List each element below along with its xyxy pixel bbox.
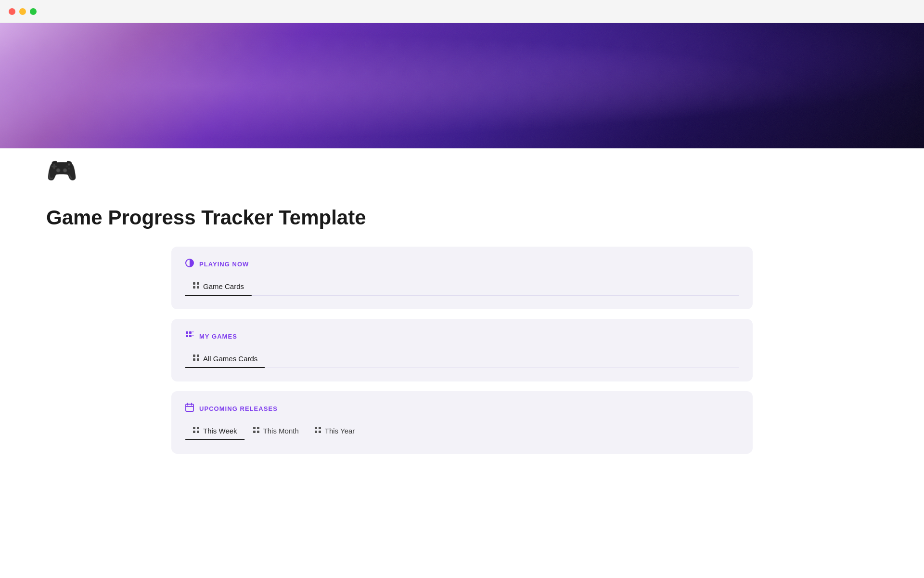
game-cards-icon — [192, 282, 200, 290]
svg-rect-25 — [253, 431, 256, 433]
svg-rect-14 — [197, 358, 199, 361]
svg-rect-27 — [315, 427, 317, 429]
svg-rect-30 — [319, 431, 321, 433]
close-button[interactable] — [9, 8, 15, 15]
calendar-icon — [185, 403, 194, 415]
playing-now-section: PLAYING NOW Game Cards — [171, 247, 753, 309]
svg-rect-4 — [197, 286, 199, 289]
this-month-icon — [253, 426, 260, 435]
svg-rect-12 — [197, 355, 199, 357]
svg-rect-22 — [197, 431, 199, 433]
svg-rect-28 — [319, 427, 321, 429]
this-week-label: This Week — [203, 427, 237, 435]
svg-rect-5 — [186, 331, 188, 334]
sections-container: PLAYING NOW Game Cards — [0, 247, 924, 454]
svg-rect-1 — [193, 282, 195, 285]
svg-rect-21 — [193, 431, 195, 433]
svg-rect-7 — [186, 335, 188, 337]
svg-rect-23 — [253, 427, 256, 429]
svg-rect-3 — [193, 286, 195, 289]
minimize-button[interactable] — [19, 8, 26, 15]
my-games-title: MY GAMES — [199, 333, 237, 340]
svg-rect-8 — [189, 335, 192, 337]
all-games-cards-label: All Games Cards — [203, 355, 257, 363]
maximize-button[interactable] — [30, 8, 37, 15]
main-content: 🎮 Game Progress Tracker Template PLAYING… — [0, 23, 924, 454]
titlebar — [0, 0, 924, 23]
svg-rect-26 — [257, 431, 259, 433]
playing-now-header: PLAYING NOW — [185, 258, 739, 270]
all-games-icon — [192, 354, 200, 363]
hero-banner — [0, 23, 924, 148]
my-games-icon — [185, 330, 194, 342]
svg-rect-24 — [257, 427, 259, 429]
upcoming-releases-header: UPCOMING RELEASES — [185, 403, 739, 415]
my-games-section: MY GAMES All Games Cards — [171, 319, 753, 381]
this-week-icon — [192, 426, 200, 435]
game-cards-tab[interactable]: Game Cards — [185, 278, 252, 295]
svg-rect-13 — [193, 358, 195, 361]
svg-rect-19 — [193, 427, 195, 429]
playing-now-icon — [185, 258, 194, 270]
my-games-tabs: All Games Cards — [185, 350, 739, 368]
game-cards-label: Game Cards — [203, 282, 244, 290]
this-year-tab[interactable]: This Year — [307, 422, 363, 440]
my-games-header: MY GAMES — [185, 330, 739, 342]
upcoming-releases-tabs: This Week This Month — [185, 422, 739, 440]
this-month-label: This Month — [263, 427, 299, 435]
svg-rect-29 — [315, 431, 317, 433]
svg-rect-11 — [193, 355, 195, 357]
controller-area: 🎮 — [0, 148, 924, 193]
playing-now-title: PLAYING NOW — [199, 261, 249, 268]
svg-rect-6 — [189, 331, 192, 334]
svg-rect-15 — [186, 404, 193, 411]
playing-now-tabs: Game Cards — [185, 278, 739, 296]
all-games-cards-tab[interactable]: All Games Cards — [185, 350, 265, 368]
page-title: Game Progress Tracker Template — [0, 193, 924, 247]
this-week-tab[interactable]: This Week — [185, 422, 245, 440]
upcoming-releases-section: UPCOMING RELEASES This Week — [171, 391, 753, 454]
gamepad-icon: 🎮 — [46, 158, 77, 183]
this-year-icon — [314, 426, 321, 435]
upcoming-releases-title: UPCOMING RELEASES — [199, 405, 278, 412]
svg-rect-2 — [197, 282, 199, 285]
svg-rect-20 — [197, 427, 199, 429]
this-year-label: This Year — [325, 427, 355, 435]
this-month-tab[interactable]: This Month — [245, 422, 307, 440]
svg-rect-10 — [192, 335, 193, 336]
svg-rect-9 — [192, 331, 193, 332]
